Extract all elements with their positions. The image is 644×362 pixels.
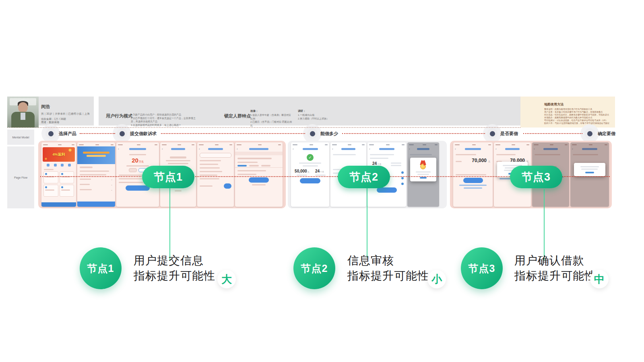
connector-node-3 — [544, 189, 545, 261]
phone-header: ‹ — [570, 146, 609, 152]
phone-mockup-formlist: ‹ — [197, 142, 234, 207]
segment-col1-title: 画像： — [250, 109, 258, 113]
annotation-text-3: 用户确认借款 指标提升可能性 — [514, 253, 596, 284]
confirm-amount: 70,000元 — [453, 158, 493, 163]
phone-mockup-medalmodal: ‹ — [407, 142, 439, 207]
app-icon-row — [41, 162, 76, 167]
phone-header: ‹ — [532, 146, 569, 152]
phone-status-bar — [160, 142, 196, 146]
phone-header: ‹ — [367, 146, 406, 152]
phone-header: ‹ — [160, 146, 196, 152]
phone-mockup-success: ‹✓50,000元24个月 — [291, 142, 329, 207]
persona-name: 闵浩 — [41, 104, 50, 110]
level-badge-2: 小 — [427, 270, 446, 288]
reward-modal — [410, 158, 436, 181]
timeline-node-3 — [307, 128, 318, 139]
segment-col2-title: 调研： — [298, 109, 306, 113]
phone-header: ‹ — [407, 146, 439, 152]
phone-mockup-tabs: ‹ — [235, 142, 283, 207]
product-hero-banner — [77, 146, 115, 164]
segment-col2-lines: 1.一线城市白领 2.努力通勤（平时以上班族） — [298, 113, 334, 120]
timeline-node-4 — [487, 128, 497, 139]
phone-mockup-confirm: ‹70,000元 — [453, 142, 493, 207]
phone-status-bar — [453, 142, 493, 146]
banner-divider — [94, 97, 99, 125]
annotation-circle-1: 节点1 — [80, 247, 122, 289]
annotation-text-1: 用户提交信息 指标提升可能性 — [134, 253, 215, 284]
banner-bottom-dotted-line — [7, 127, 520, 128]
persona-meta: 男｜30岁｜大学本科｜已婚有小孩｜上海 — [41, 112, 90, 116]
annotation-text-2: 信息审核 指标提升可能性 — [347, 253, 429, 284]
timeline-dotted-segment — [161, 133, 305, 134]
phone-bottom-button — [77, 202, 115, 207]
note-lines: 整体说明：此图为梳理全流程用户行为与体验的工具 用户走查：先全盘小结各步骤中用户… — [544, 108, 612, 125]
timeline-node-5 — [584, 128, 595, 139]
phone-primary-button — [377, 187, 397, 193]
phone-mockup-verifymodal: ‹ — [570, 142, 609, 207]
timeline-node-1 — [45, 128, 56, 139]
timeline-node-2 — [117, 128, 127, 139]
phone-status-bar — [407, 142, 439, 146]
search-field — [200, 153, 231, 158]
node-badge-2: 节点2 — [338, 166, 390, 188]
connector-node-2 — [367, 187, 367, 257]
annotation-circle-3: 节点3 — [461, 247, 503, 289]
connector-node-1 — [169, 187, 170, 261]
stage-label-4: 是否要借 — [500, 131, 518, 137]
phone-status-bar — [41, 142, 76, 146]
phone-header: ‹ — [235, 146, 283, 152]
phone-status-bar — [77, 142, 115, 146]
stage-label-2: 提交借款诉求 — [130, 131, 157, 137]
segment-col1-lines: 1.借款人群中年龄（含单身）最强对应比例 2.已婚且（含不强）门槛对应-匹配比例… — [250, 113, 293, 127]
node-badge-1: 节点1 — [142, 166, 194, 188]
promo-banner: 4%返利 — [43, 147, 75, 162]
loan-limit-amount: 20万元 — [116, 157, 159, 164]
phone-primary-button — [126, 185, 149, 191]
tab-row — [235, 163, 283, 168]
level-badge-1: 大 — [217, 270, 236, 288]
timeline-dotted-segment — [523, 133, 582, 134]
phone-header: ‹ — [291, 146, 329, 152]
persona-photo — [7, 97, 39, 128]
modal-confirm-button — [585, 172, 594, 173]
timeline-dotted-segment — [80, 133, 115, 134]
note-title: 地图使用方法 — [544, 102, 564, 107]
phone-primary-button — [249, 177, 269, 183]
journey-map-canvas: 闵浩 男｜30岁｜大学本科｜已婚有小孩｜上海 借款金额：1万 / 36期 用途：… — [0, 0, 644, 362]
phone-status-bar — [367, 142, 406, 146]
annotation-circle-2: 节点2 — [293, 247, 335, 289]
phone-header: ‹ — [116, 146, 159, 152]
timeline-dotted-segment — [342, 133, 485, 134]
phone-status-bar — [532, 142, 569, 146]
phone-status-bar — [116, 142, 159, 146]
behavior-title: 用户行为模式 — [106, 113, 132, 119]
medal-icon — [419, 160, 427, 170]
stage-label-3: 能借多少 — [320, 131, 338, 137]
notice-bar — [235, 152, 283, 155]
phone-header: ‹ — [453, 146, 493, 152]
phone-status-bar — [197, 142, 234, 146]
persona-purpose: 用途：翻新装修 — [41, 121, 60, 124]
product-card-grid — [41, 170, 76, 198]
modal-action-link — [420, 177, 427, 179]
stage-label-5: 确定要借 — [598, 131, 615, 137]
phone-mockup-bluehead: ⌄⌄⌄ — [77, 142, 115, 207]
phone-primary-button — [463, 178, 483, 183]
phone-status-bar — [494, 142, 531, 146]
confirm-modal — [574, 163, 606, 176]
stage-label-1: 选择产品 — [59, 131, 76, 137]
loanable-figures: 50,000元24个月 — [292, 169, 328, 176]
node-badge-3: 节点3 — [510, 166, 562, 188]
success-check-icon: ✓ — [307, 154, 314, 161]
sidebar-mental-model: Mental Model — [7, 130, 34, 145]
phone-header: ‹ — [494, 146, 531, 152]
phone-tabbar — [41, 202, 76, 207]
segment-title: 锁定人群特点 — [224, 113, 251, 119]
phone-primary-button — [300, 178, 320, 183]
phone-status-bar — [291, 142, 329, 146]
phone-header: ‹ — [197, 146, 234, 152]
level-badge-3: 中 — [590, 270, 609, 288]
phone-status-bar — [330, 142, 366, 146]
phone-status-bar — [235, 142, 283, 146]
behavior-lines: 1.为新产品的小白用户：想快速选到合适的产品 2.自己不懂的打个问号：通常会先选… — [131, 113, 200, 127]
